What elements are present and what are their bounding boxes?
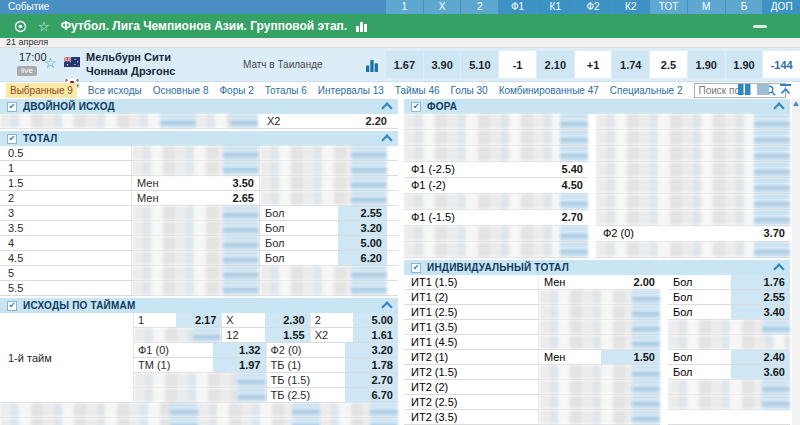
odds-value[interactable]: 2.55 (731, 290, 790, 304)
under-cell (538, 380, 660, 394)
statistics-chart-icon[interactable] (356, 20, 368, 32)
odds-value[interactable]: 2.00 (601, 275, 660, 289)
odds-win1[interactable]: 1.67 (386, 51, 423, 78)
odds-value[interactable]: 3.20 (338, 221, 387, 235)
odds-value[interactable]: 5.00 (353, 313, 398, 327)
tab-combined[interactable]: Комбинированные 47 (499, 85, 599, 96)
odds-under[interactable]: 1.90 (688, 51, 725, 78)
odds-value[interactable]: 3.20 (345, 343, 398, 357)
odds-value[interactable]: 3.70 (731, 226, 790, 241)
table-row: ИТ1 (3.5) (404, 320, 790, 335)
odds-value[interactable]: 3.60 (731, 365, 790, 379)
bet-label: Мен (539, 350, 601, 364)
tab-all-outcomes[interactable]: Все исходы (88, 85, 142, 96)
tab-totals[interactable]: Тоталы 6 (265, 85, 307, 96)
bet-cell (131, 266, 259, 280)
total-param: 2.5 (650, 51, 687, 78)
odds-k2[interactable]: 1.74 (612, 51, 649, 78)
odds-value[interactable]: 1.61 (353, 328, 398, 342)
match-teams-link[interactable]: Мельбурн Сити Чоннам Дрэгонс (86, 50, 175, 78)
handicap1-param: -1 (499, 51, 536, 78)
match-row: 17:00 live ☆ Мельбурн Сити Чоннам Дрэгон… (0, 48, 800, 82)
tab-special[interactable]: Специальные 2 (610, 85, 683, 96)
odds-value[interactable]: 5.40 (529, 162, 588, 177)
odds-value[interactable]: 2.30 (265, 313, 310, 327)
odds-value[interactable]: 4.50 (529, 178, 588, 193)
section-header[interactable]: ✔ ДВОЙНОЙ ИСХОД (0, 99, 398, 114)
odds-value[interactable]: 1.55 (265, 328, 310, 342)
section-header[interactable]: ✔ ИСХОДЫ ПО ТАЙМАМ (0, 298, 398, 313)
odds-value[interactable]: 2.17 (176, 313, 221, 327)
section-header[interactable]: ✔ ТОТАЛ (0, 131, 398, 146)
tab-main[interactable]: Основные 8 (153, 85, 209, 96)
half-group-label: 1-й тайм (0, 313, 133, 403)
odds-value[interactable]: 2.55 (338, 206, 387, 220)
odds-value[interactable]: 2.70 (529, 210, 588, 225)
tab-intervals[interactable]: Интервалы 13 (318, 85, 384, 96)
odds-draw[interactable]: 3.90 (424, 51, 461, 78)
odds-value[interactable]: 2.65 (210, 191, 259, 205)
target-icon[interactable] (14, 20, 27, 33)
over-cell: Бол1.76 (668, 275, 790, 290)
favorite-star-icon[interactable]: ☆ (44, 55, 57, 71)
collapse-league-icon[interactable] (753, 25, 767, 28)
bet-label: 1 (134, 313, 176, 327)
tab-goals[interactable]: Голы 30 (451, 85, 488, 96)
chevron-up-icon[interactable] (381, 102, 392, 113)
match-statistics-icon[interactable] (366, 58, 379, 76)
table-row: 2 Мен2.65 (0, 191, 398, 206)
chevron-up-icon[interactable] (773, 102, 784, 113)
checkbox-checked-icon[interactable]: ✔ (411, 102, 421, 112)
odds-value[interactable]: 1.76 (731, 275, 790, 289)
section-header[interactable]: ✔ ИНДИВИДУАЛЬНЫЙ ТОТАЛ (404, 260, 790, 275)
table-row: 3 Бол2.55 (0, 206, 398, 221)
chevron-up-icon[interactable] (381, 301, 392, 312)
bet-cell: Мен3.50 (131, 176, 259, 190)
more-markets-count[interactable]: -144 (763, 51, 800, 78)
section-header[interactable]: ✔ ФОРА (404, 99, 790, 114)
odds-value[interactable]: 1.50 (601, 350, 660, 364)
bet-cell (596, 178, 790, 194)
odds-win2[interactable]: 5.10 (461, 51, 498, 78)
odds-value[interactable]: 2.70 (345, 373, 398, 387)
checkbox-checked-icon[interactable]: ✔ (7, 134, 17, 144)
scroll-up-arrow-icon[interactable] (793, 101, 799, 106)
over-cell (668, 380, 790, 395)
odds-k1[interactable]: 2.10 (537, 51, 574, 78)
odds-value[interactable]: 3.40 (731, 305, 790, 319)
odds-value[interactable]: 3.50 (210, 176, 259, 190)
league-bar: ☆ Футбол. Лига Чемпионов Азии. Групповой… (0, 14, 800, 38)
odds-value[interactable]: 6.70 (345, 388, 398, 402)
odds-value[interactable]: 2.40 (731, 350, 790, 364)
vertical-scrollbar[interactable] (792, 98, 800, 425)
odds-value[interactable]: 5.00 (338, 236, 387, 250)
chevron-up-icon[interactable] (773, 263, 784, 274)
two-column-view-icon[interactable] (738, 84, 751, 95)
table-row: ИТ2 (2.5) (404, 395, 790, 410)
collapse-all-icon[interactable] (779, 84, 792, 95)
under-cell (538, 395, 660, 409)
checkbox-checked-icon[interactable]: ✔ (7, 301, 17, 311)
checkbox-checked-icon[interactable]: ✔ (411, 263, 421, 273)
total-param: 3.5 (0, 221, 131, 235)
odds-over[interactable]: 1.90 (726, 51, 763, 78)
bet-cell: ИТ2 (1)Мен1.50 (404, 350, 660, 365)
chevron-up-icon[interactable] (381, 134, 392, 145)
section-half-outcomes: ✔ ИСХОДЫ ПО ТАЙМАМ 1-й тайм 12.17 X2.30 … (0, 298, 398, 425)
odds-value[interactable]: 1.32 (213, 343, 266, 357)
odds-value[interactable]: 1.97 (213, 358, 266, 372)
table-row: ИТ2 (1)Мен1.50 Бол2.40 (404, 350, 790, 365)
odds-value[interactable]: 2.20 (337, 114, 398, 128)
odds-value[interactable]: 1.78 (345, 358, 398, 372)
censored-region (132, 251, 259, 265)
favorite-star-icon[interactable]: ☆ (38, 20, 50, 33)
section-title: ФОРА (427, 101, 457, 112)
tab-halves[interactable]: Таймы 46 (395, 85, 440, 96)
checkbox-checked-icon[interactable]: ✔ (7, 102, 17, 112)
league-title[interactable]: Футбол. Лига Чемпионов Азии. Групповой э… (61, 19, 347, 33)
odds-value[interactable]: 6.20 (338, 251, 387, 265)
tab-handicaps[interactable]: Форы 2 (220, 85, 254, 96)
tab-selected[interactable]: Выбранные 9 (6, 83, 77, 98)
one-column-view-icon[interactable] (757, 84, 769, 95)
bet-param: ИТ1 (3.5) (404, 320, 538, 334)
